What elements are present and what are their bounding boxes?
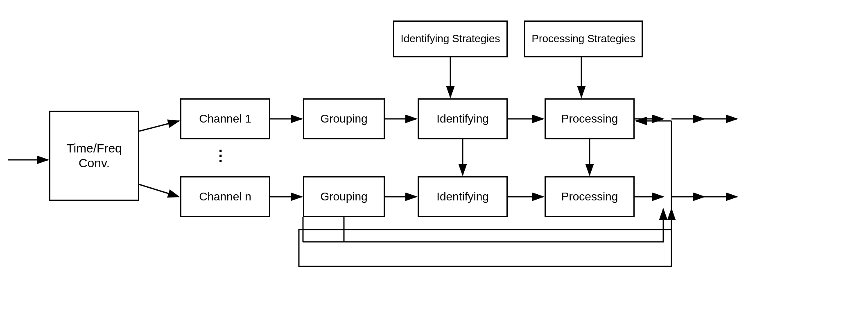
grouping2-block: Grouping bbox=[303, 176, 385, 217]
diagram: Time/FreqConv. Channel 1 ⋮ Channel n Gro… bbox=[0, 0, 868, 316]
processing-strategies-label: Processing Strategies bbox=[532, 32, 635, 45]
time-freq-label: Time/FreqConv. bbox=[66, 141, 122, 171]
identifying1-label: Identifying bbox=[436, 112, 489, 126]
channel1-label: Channel 1 bbox=[199, 112, 251, 126]
identifying1-block: Identifying bbox=[418, 98, 508, 139]
processing-strategies-block: Processing Strategies bbox=[524, 20, 643, 57]
processing1-label: Processing bbox=[561, 112, 618, 126]
grouping1-label: Grouping bbox=[320, 112, 367, 126]
identifying2-block: Identifying bbox=[418, 176, 508, 217]
identifying-strategies-block: Identifying Strategies bbox=[393, 20, 508, 57]
processing2-label: Processing bbox=[561, 190, 618, 204]
processing2-block: Processing bbox=[545, 176, 635, 217]
svg-line-3 bbox=[139, 184, 179, 197]
channel1-block: Channel 1 bbox=[180, 98, 270, 139]
channel-n-block: Channel n bbox=[180, 176, 270, 217]
svg-line-2 bbox=[139, 121, 179, 131]
processing1-block: Processing bbox=[545, 98, 635, 139]
identifying-strategies-label: Identifying Strategies bbox=[401, 32, 500, 45]
svg-rect-18 bbox=[299, 230, 671, 266]
channel-n-label: Channel n bbox=[199, 190, 251, 204]
time-freq-block: Time/FreqConv. bbox=[49, 111, 139, 201]
ellipsis: ⋮ bbox=[213, 148, 229, 165]
identifying2-label: Identifying bbox=[436, 190, 489, 204]
grouping1-block: Grouping bbox=[303, 98, 385, 139]
grouping2-label: Grouping bbox=[320, 190, 367, 204]
